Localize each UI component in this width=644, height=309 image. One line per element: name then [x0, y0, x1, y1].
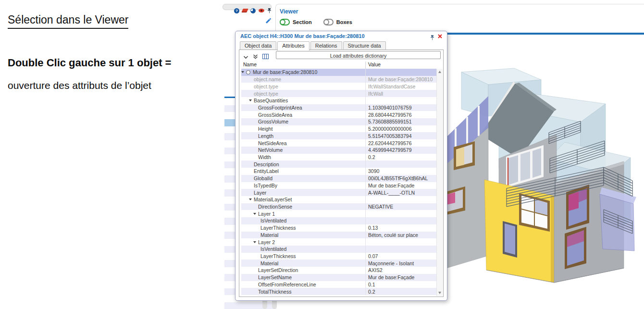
table-row[interactable]: Description — [241, 161, 436, 168]
table-row[interactable]: GlobalId00i0L4JB55TfF6gXtB6hAL — [241, 175, 436, 182]
table-row[interactable]: object.nameMur de base:Façade:280810 — [241, 76, 436, 83]
attribute-value: NEGATIVE — [365, 203, 436, 210]
table-row[interactable]: NetSideArea22.6204442799576 — [241, 139, 436, 147]
viewer-toggles: SectionBoxes — [280, 19, 352, 25]
attribute-name: Material — [260, 232, 278, 238]
tab-relations[interactable]: Relations — [310, 41, 342, 50]
pen-icon[interactable] — [265, 17, 272, 24]
attribute-name: Layer 1 — [258, 211, 275, 217]
toggle-switch-icon[interactable] — [323, 19, 334, 25]
expander-icon[interactable] — [249, 99, 252, 101]
table-row[interactable]: GrossFootprintArea1.10309401076759 — [241, 104, 436, 111]
expander-icon[interactable] — [249, 198, 252, 200]
toggle-section[interactable]: Section — [280, 19, 312, 25]
table-row[interactable]: LayerA-WALL-____-OTLN — [241, 189, 436, 196]
table-row[interactable]: MaterialBéton, coulé sur place — [241, 232, 436, 239]
table-row[interactable]: GrossSideArea28.6804442799576 — [241, 111, 436, 118]
column-header-name[interactable]: Name — [241, 62, 365, 69]
attribute-value: 4.45999442799579 — [365, 147, 436, 154]
eraser-icon[interactable] — [241, 9, 248, 12]
attribute-value: 0.07 — [365, 253, 436, 260]
table-row[interactable]: Width0.2 — [241, 154, 436, 161]
table-row[interactable]: Mur de base:Façade:280810 — [241, 69, 436, 76]
attributes-toolbar: Load attributes dictionary — [239, 50, 443, 61]
attribute-value: 3090 — [365, 168, 436, 175]
attribute-value: 28.6804442799576 — [365, 111, 436, 118]
right-window-lower — [565, 227, 586, 269]
tab-object-data[interactable]: Object data — [240, 41, 276, 50]
pin-icon[interactable] — [267, 8, 272, 13]
table-row[interactable]: Height5.20000000000006 — [241, 125, 436, 133]
table-row[interactable]: object.typeIfcWallStandardCase — [241, 83, 436, 90]
column-header-value[interactable]: Value — [365, 62, 436, 69]
aec-object-dialog: AEC object H4::H300 Mur de base:Façade:2… — [235, 31, 447, 301]
attribute-name: LayerSetDirection — [258, 267, 298, 273]
attribute-value — [365, 210, 436, 217]
expander-icon[interactable] — [241, 71, 244, 73]
tab-structure-data[interactable]: Structure data — [343, 41, 386, 50]
instruction-line-1: Double Clic gauche sur 1 objet = — [8, 57, 171, 69]
attribute-name: BaseQuantities — [254, 98, 288, 103]
attribute-value: 00i0L4JB55TfF6gXtB6hAL — [365, 175, 436, 182]
table-row[interactable]: NetVolume4.45999442799579 — [241, 147, 436, 154]
dialog-content: Load attributes dictionary Name Value Mu… — [239, 49, 444, 297]
tree-row[interactable] — [224, 302, 276, 309]
table-row[interactable]: DirectionSenseNEGATIVE — [241, 203, 436, 210]
attribute-value: Béton, coulé sur place — [365, 232, 436, 239]
attribute-name: object.type — [254, 84, 278, 89]
attribute-value — [365, 217, 436, 224]
attribute-value: Mur de base:Façade — [365, 182, 436, 189]
table-row[interactable]: MaterialMaçonnerie - Isolant — [241, 260, 436, 267]
table-row[interactable]: LayerThickness0.07 — [241, 253, 436, 260]
expander-icon[interactable] — [253, 241, 256, 243]
table-row[interactable]: IsVentilated — [241, 246, 436, 253]
table-row[interactable]: EntityLabel3090 — [241, 168, 436, 175]
attribute-name: IsVentilated — [260, 218, 286, 223]
attribute-value — [365, 69, 436, 76]
tab-attributes[interactable]: Attributes — [277, 41, 309, 50]
attribute-value: Mur de base:Façade — [365, 274, 436, 281]
help-icon[interactable]: ? — [234, 8, 239, 13]
collapse-all-chevron-icon[interactable] — [253, 52, 258, 61]
table-row[interactable]: Layer 1 — [241, 210, 436, 217]
toggle-switch-icon[interactable] — [280, 19, 290, 25]
load-attributes-dictionary-button[interactable]: Load attributes dictionary — [276, 51, 441, 59]
table-row[interactable]: OffsetFromReferenceLine0.1 — [241, 281, 436, 288]
pie-chart-icon[interactable] — [250, 8, 256, 13]
attribute-value: 0.2 — [365, 154, 436, 161]
attribute-name: Layer 2 — [258, 239, 275, 245]
attribute-name: object.name — [254, 76, 281, 82]
table-row[interactable]: BaseQuantities — [241, 97, 436, 104]
eye-icon[interactable] — [259, 9, 264, 12]
viewer-3d-model[interactable] — [442, 62, 644, 309]
table-row[interactable]: object.typeIfcWall — [241, 90, 436, 97]
table-row[interactable]: Layer 2 — [241, 238, 436, 246]
attribute-name: Layer — [254, 190, 266, 196]
table-row[interactable]: LayerThickness0.13 — [241, 224, 436, 232]
table-row[interactable]: LayerSetDirectionAXIS2 — [241, 267, 436, 274]
table-row[interactable]: TotalThickness0.2 — [241, 288, 436, 295]
table-row[interactable]: IsTypedByMur de base:Façade — [241, 182, 436, 189]
dialog-scrollbar[interactable] — [436, 69, 443, 296]
table-row[interactable]: LayerSetNameMur de base:Façade — [241, 274, 436, 281]
table-row[interactable]: Length5.51547005383794 — [241, 132, 436, 139]
attribute-value: 0.13 — [365, 224, 436, 232]
scroll-down-arrow-icon[interactable] — [438, 292, 441, 294]
attribute-value: 5.73608885599151 — [365, 118, 436, 125]
attribute-name: Description — [254, 161, 279, 167]
scroll-up-arrow-icon[interactable] — [438, 71, 441, 73]
toggle-label: Section — [293, 19, 312, 25]
columns-icon[interactable] — [262, 52, 269, 61]
table-row[interactable]: GrossVolume5.73608885599151 — [241, 118, 436, 125]
table-row[interactable]: IsVentilated — [241, 217, 436, 224]
pin-icon[interactable] — [430, 34, 434, 42]
toggle-boxes[interactable]: Boxes — [323, 19, 352, 25]
attribute-name: EntityLabel — [254, 168, 279, 174]
collapse-chevron-icon[interactable] — [243, 52, 248, 61]
expander-icon[interactable] — [253, 213, 256, 215]
attribute-name: Width — [258, 154, 271, 160]
close-icon[interactable] — [438, 34, 442, 38]
table-row[interactable]: MaterialLayerSet — [241, 196, 436, 203]
attribute-name: GrossVolume — [258, 119, 288, 124]
attribute-value: 5.51547005383794 — [365, 132, 436, 139]
